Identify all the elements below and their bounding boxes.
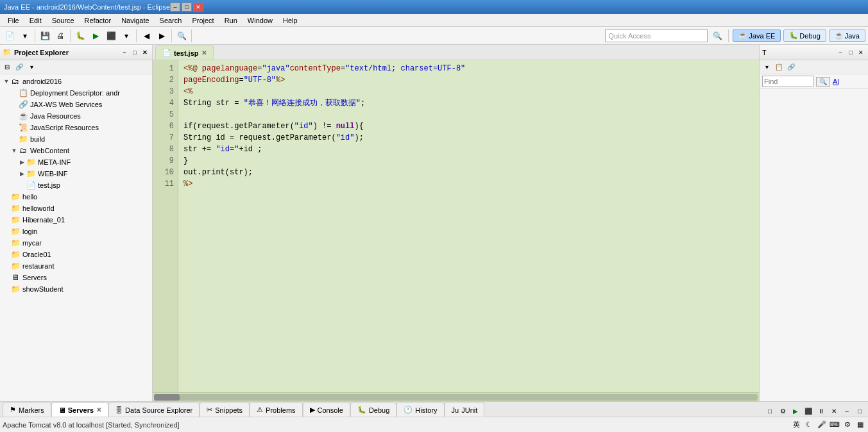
toolbar-prev-button[interactable]: ◀ — [139, 29, 153, 43]
editor-hscroll[interactable] — [153, 392, 759, 401]
right-panel-close[interactable]: ✕ — [856, 48, 865, 57]
menu-refactor[interactable]: Refactor — [80, 14, 117, 26]
collapse-all-button[interactable]: ⊟ — [1, 62, 13, 73]
input-method-icon[interactable]: 英 — [791, 420, 801, 430]
minimize-button[interactable]: – — [170, 3, 180, 12]
right-toolbar-btn2[interactable]: 📋 — [773, 62, 785, 73]
bottom-tabs-max[interactable]: □ — [854, 405, 865, 417]
bottom-tabs-stop[interactable]: ⬛ — [803, 405, 814, 417]
tree-item-webcontent[interactable]: ▼ 🗂 WebContent — [0, 145, 152, 156]
tree-item-test-jsp[interactable]: ▶ 📄 test.jsp — [0, 179, 152, 191]
servers-tab-close[interactable]: ✕ — [96, 406, 101, 413]
tree-item-js-resources[interactable]: ▶ 📜 JavaScript Resources — [0, 122, 152, 133]
tree-item-android2016[interactable]: ▼ 🗂 android2016 — [0, 76, 152, 87]
menu-help[interactable]: Help — [278, 14, 303, 26]
quick-access-box[interactable]: Quick Access — [605, 29, 708, 42]
explorer-menu-button[interactable]: ▾ — [26, 62, 37, 73]
bottom-tab-junit[interactable]: Ju JUnit — [445, 403, 485, 417]
tree-item-jaxws[interactable]: ▶ 🔗 JAX-WS Web Services — [0, 99, 152, 110]
toolbar-btn-3[interactable]: ▾ — [119, 29, 133, 43]
bottom-tabs-close[interactable]: ✕ — [828, 405, 840, 417]
toolbar-next-button[interactable]: ▶ — [155, 29, 169, 43]
tree-item-restaurant[interactable]: ▶ 📁 restaurant — [0, 260, 152, 272]
menu-project[interactable]: Project — [187, 14, 219, 26]
bottom-tab-markers[interactable]: ⚑ Markers — [3, 403, 51, 417]
bottom-tab-debug[interactable]: 🐛 Debug — [350, 403, 396, 417]
tree-item-helloworld[interactable]: ▶ 📁 helloworld — [0, 203, 152, 214]
tree-label: WEB-INF — [38, 170, 67, 178]
right-toolbar-btn1[interactable]: ▾ — [761, 62, 772, 73]
right-panel-minimize[interactable]: – — [836, 48, 845, 57]
menu-window[interactable]: Window — [243, 14, 278, 26]
explorer-maximize-button[interactable]: □ — [130, 48, 139, 57]
toolbar-print-button[interactable]: 🖨 — [53, 29, 67, 43]
toolbar-run-button[interactable]: ▶ — [89, 29, 103, 43]
find-all-label[interactable]: Al — [833, 78, 839, 85]
code-line-1: <%@ page language="java" contentType="te… — [183, 63, 754, 74]
toolbar-new-button[interactable]: 📄 — [3, 29, 17, 43]
toolbar-btn-2[interactable]: ▾ — [18, 29, 32, 43]
perspective-debug[interactable]: 🐛Debug — [783, 29, 826, 42]
tree-item-meta-inf[interactable]: ▶ 📁 META-INF — [0, 156, 152, 168]
toolbar-debug-button[interactable]: 🐛 — [73, 29, 87, 43]
menu-search[interactable]: Search — [155, 14, 187, 26]
bottom-tab-snippets[interactable]: ✂ Snippets — [200, 403, 250, 417]
tree-item-java-resources[interactable]: ▶ ☕ Java Resources — [0, 110, 152, 122]
perspective-java-ee[interactable]: ☕Java EE — [733, 29, 781, 42]
editor-tab-test-jsp[interactable]: 📄 test.jsp ✕ — [155, 46, 214, 60]
find-search-button[interactable]: 🔍 — [816, 77, 830, 87]
hscroll-track — [154, 394, 758, 401]
settings-icon[interactable]: ⚙ — [842, 420, 853, 430]
project-icon: 🗂 — [10, 76, 21, 87]
keyboard-icon[interactable]: ⌨ — [830, 420, 840, 430]
code-editor[interactable]: 1 2 3 4 5 6 7 8 9 10 11 <%@ page languag… — [153, 60, 759, 392]
tree-item-oracle01[interactable]: ▶ 📁 Oracle01 — [0, 249, 152, 260]
tree-item-hello[interactable]: ▶ 📁 hello — [0, 191, 152, 203]
hscroll-thumb[interactable] — [154, 394, 180, 401]
tree-item-servers[interactable]: ▶ 🖥 Servers — [0, 272, 152, 283]
menu-edit[interactable]: Edit — [24, 14, 47, 26]
menu-navigate[interactable]: Navigate — [116, 14, 154, 26]
tree-item-login[interactable]: ▶ 📁 login — [0, 226, 152, 237]
menu-file[interactable]: File — [3, 14, 24, 26]
tree-item-deployment[interactable]: ▶ 📋 Deployment Descriptor: andr — [0, 87, 152, 99]
close-button[interactable]: ✕ — [193, 3, 203, 12]
maximize-button[interactable]: □ — [182, 3, 192, 12]
perspective-java[interactable]: ☕Java — [829, 29, 865, 42]
bottom-tabs-pause[interactable]: ⏸ — [815, 405, 827, 417]
tree-item-mycar[interactable]: ▶ 📁 mycar — [0, 237, 152, 249]
menu-source[interactable]: Source — [47, 14, 80, 26]
bottom-tab-data-source[interactable]: 🗄 Data Source Explorer — [108, 403, 200, 417]
right-panel-maximize[interactable]: □ — [846, 48, 855, 57]
explorer-minimize-button[interactable]: – — [120, 48, 129, 57]
tree-item-build[interactable]: ▶ 📁 build — [0, 133, 152, 145]
hibernate-icon: 📁 — [10, 215, 21, 225]
bottom-tab-history[interactable]: 🕐 History — [396, 403, 444, 417]
tree-item-web-inf[interactable]: ▶ 📁 WEB-INF — [0, 168, 152, 179]
tree-label: Hibernate_01 — [22, 216, 65, 224]
bottom-tabs-btn1[interactable]: □ — [764, 405, 776, 417]
link-editor-button[interactable]: 🔗 — [13, 62, 25, 73]
datasource-icon: 🗄 — [115, 406, 123, 414]
tree-label: JavaScript Resources — [30, 124, 99, 131]
toolbar-search-access-button[interactable]: 🔍 — [710, 29, 724, 43]
code-content[interactable]: <%@ page language="java" contentType="te… — [178, 60, 759, 392]
toolbar-sep-4 — [171, 29, 172, 42]
tree-item-hibernate[interactable]: ▶ 📁 Hibernate_01 — [0, 214, 152, 226]
find-input[interactable] — [762, 76, 813, 87]
bottom-tabs-play[interactable]: ▶ — [790, 405, 801, 417]
mic-icon[interactable]: 🎤 — [817, 420, 827, 430]
bottom-tabs-min[interactable]: – — [841, 405, 853, 417]
right-toolbar-btn3[interactable]: 🔗 — [785, 62, 797, 73]
toolbar-stop-button[interactable]: ⬛ — [104, 29, 118, 43]
toolbar-search-button[interactable]: 🔍 — [174, 29, 189, 43]
tree-item-showstudent[interactable]: ▶ 📁 showStudent — [0, 283, 152, 295]
bottom-tabs-btn2[interactable]: ⚙ — [777, 405, 788, 417]
explorer-close-button[interactable]: ✕ — [140, 48, 149, 57]
bottom-tab-servers[interactable]: 🖥 Servers ✕ — [51, 403, 108, 417]
toolbar-save-button[interactable]: 💾 — [38, 29, 52, 43]
menu-run[interactable]: Run — [219, 14, 243, 26]
bottom-tab-console[interactable]: ▶ Console — [303, 403, 350, 417]
tab-close-button[interactable]: ✕ — [201, 49, 207, 56]
bottom-tab-problems[interactable]: ⚠ Problems — [250, 403, 302, 417]
